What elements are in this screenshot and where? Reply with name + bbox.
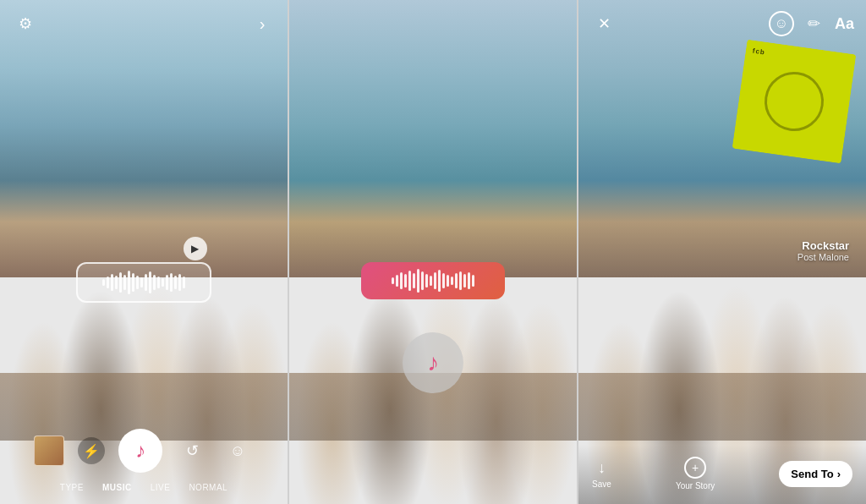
top-bar-panel1: ⚙ › xyxy=(0,10,288,37)
music-label[interactable]: MUSIC xyxy=(102,483,132,492)
album-art-inner: fcb xyxy=(732,40,857,164)
people-scene-2 xyxy=(289,126,577,504)
song-title: Rockstar xyxy=(797,239,849,252)
live-label[interactable]: LIVE xyxy=(151,483,171,492)
text-tool-button[interactable]: Aa xyxy=(835,15,854,33)
type-label[interactable]: TYPE xyxy=(60,483,84,492)
story-label: Your Story xyxy=(676,481,715,490)
song-artist: Post Malone xyxy=(797,252,849,262)
normal-label[interactable]: NORMAL xyxy=(189,483,227,492)
panel-camera-mode: ⚙ › ▶ ⚡ ♪ ↺ ☺ TYPE MUSIC LIVE NORMAL xyxy=(0,0,288,504)
music-button-main[interactable]: ♪ xyxy=(118,429,162,473)
close-icon[interactable]: ✕ xyxy=(590,10,617,37)
toolbar-icons-row: ⚡ ♪ ↺ ☺ xyxy=(0,422,288,479)
music-note-icon: ♪ xyxy=(427,349,439,376)
save-label: Save xyxy=(592,479,611,489)
album-art-sticker[interactable]: fcb xyxy=(732,40,857,164)
music-sticker-gradient[interactable] xyxy=(361,262,505,299)
floor-scene-3 xyxy=(578,373,866,441)
bottom-bar-panel3: ↓ Save + Your Story Send To › xyxy=(578,445,866,504)
waveform-display xyxy=(102,271,185,294)
send-to-arrow: › xyxy=(837,468,841,480)
panel-story-preview: ✕ ☺ ✏ Aa fcb Rockstar Post Malone ↓ Save… xyxy=(577,0,866,504)
album-text-overlay: fcb xyxy=(752,47,765,57)
save-download-icon: ↓ xyxy=(598,459,606,477)
gallery-thumbnail[interactable] xyxy=(34,436,64,466)
album-circle-detail xyxy=(760,68,827,134)
send-to-label: Send To xyxy=(791,468,833,480)
waveform-display-2 xyxy=(392,269,474,293)
face-effects-icon[interactable]: ☺ xyxy=(222,435,254,467)
flash-icon[interactable]: ⚡ xyxy=(78,437,105,464)
settings-icon[interactable]: ⚙ xyxy=(12,10,39,37)
your-story-button[interactable]: + Your Story xyxy=(676,457,715,490)
music-sticker-outline[interactable] xyxy=(76,262,211,303)
top-right-icons: ☺ ✏ Aa xyxy=(769,10,854,37)
chevron-right-icon[interactable]: › xyxy=(249,10,276,37)
rotate-icon[interactable]: ↺ xyxy=(176,435,208,467)
sticker-icon[interactable]: ☺ xyxy=(769,11,794,36)
pencil-icon[interactable]: ✏ xyxy=(801,10,828,37)
top-bar-panel3: ✕ ☺ ✏ Aa xyxy=(578,10,866,37)
chevron-icon: › xyxy=(260,14,266,34)
big-music-button[interactable]: ♪ xyxy=(403,332,463,393)
play-button-small[interactable]: ▶ xyxy=(184,237,207,260)
panel-music-playing: ♪ xyxy=(288,0,577,504)
save-button[interactable]: ↓ Save xyxy=(592,459,611,489)
song-caption: Rockstar Post Malone xyxy=(797,239,849,262)
send-to-button[interactable]: Send To › xyxy=(779,461,852,487)
bottom-toolbar: ⚡ ♪ ↺ ☺ TYPE MUSIC LIVE NORMAL xyxy=(0,422,288,504)
story-add-icon: + xyxy=(684,457,706,479)
toolbar-labels-row: TYPE MUSIC LIVE NORMAL xyxy=(0,479,288,496)
